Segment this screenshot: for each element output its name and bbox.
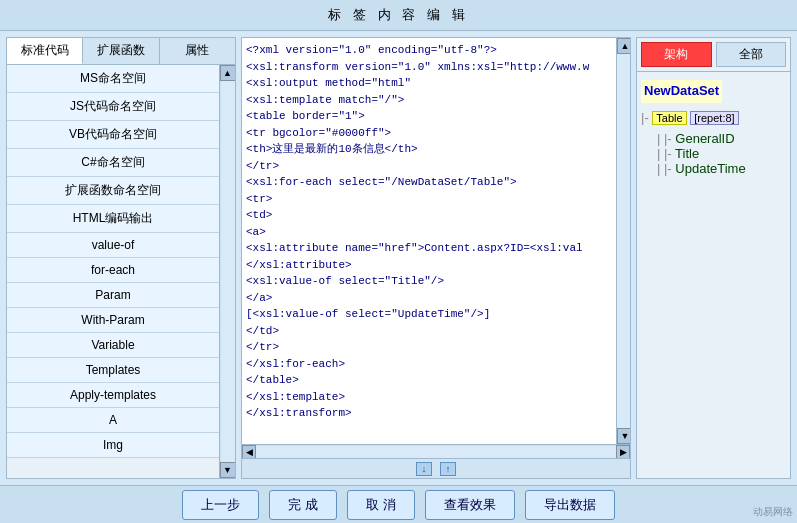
list-scrollbar[interactable]: ▲ ▼ bbox=[219, 65, 235, 478]
list-item[interactable]: HTML编码输出 bbox=[7, 205, 219, 233]
dataset-node: NewDataSet bbox=[641, 80, 786, 106]
code-scroll-right[interactable]: ▶ bbox=[616, 445, 630, 459]
code-hscroll[interactable]: ◀ ▶ bbox=[242, 444, 630, 458]
tree-field[interactable]: | |- Title bbox=[641, 146, 786, 161]
table-node: |- Table [repet:8] bbox=[641, 108, 786, 129]
all-btn[interactable]: 全部 bbox=[716, 42, 787, 67]
left-panel: 标准代码 扩展函数 属性 MS命名空间JS代码命名空间VB代码命名空间C#命名空… bbox=[6, 37, 236, 479]
list-item[interactable]: MS命名空间 bbox=[7, 65, 219, 93]
structure-btn[interactable]: 架构 bbox=[641, 42, 712, 67]
list-item[interactable]: 扩展函数命名空间 bbox=[7, 177, 219, 205]
list-items: MS命名空间JS代码命名空间VB代码命名空间C#命名空间扩展函数命名空间HTML… bbox=[7, 65, 219, 478]
list-item[interactable]: Variable bbox=[7, 333, 219, 358]
tab-attr[interactable]: 属性 bbox=[160, 38, 235, 64]
list-item[interactable]: VB代码命名空间 bbox=[7, 121, 219, 149]
code-scroll-left[interactable]: ◀ bbox=[242, 445, 256, 459]
title-bar: 标 签 内 容 编 辑 bbox=[0, 0, 797, 31]
code-htrack bbox=[256, 446, 616, 458]
code-toolbar: ↓ ↑ bbox=[242, 458, 630, 478]
watermark: 动易网络 bbox=[753, 505, 793, 519]
page-title: 标 签 内 容 编 辑 bbox=[328, 7, 468, 22]
list-item[interactable]: Templates bbox=[7, 358, 219, 383]
code-vscroll[interactable]: ▲ ▼ bbox=[616, 38, 630, 444]
bottom-btn[interactable]: 取 消 bbox=[347, 490, 415, 520]
list-item[interactable]: Apply-templates bbox=[7, 383, 219, 408]
right-toolbar: 架构 全部 bbox=[637, 38, 790, 72]
bottom-btn[interactable]: 导出数据 bbox=[525, 490, 615, 520]
append-btn[interactable]: ↑ bbox=[440, 462, 456, 476]
code-scroll-down[interactable]: ▼ bbox=[617, 428, 631, 444]
tab-standard[interactable]: 标准代码 bbox=[7, 38, 83, 64]
main-content: 标准代码 扩展函数 属性 MS命名空间JS代码命名空间VB代码命名空间C#命名空… bbox=[0, 31, 797, 485]
list-container: MS命名空间JS代码命名空间VB代码命名空间C#命名空间扩展函数命名空间HTML… bbox=[7, 65, 235, 478]
list-item[interactable]: A bbox=[7, 408, 219, 433]
list-item[interactable]: Img bbox=[7, 433, 219, 458]
right-panel: 架构 全部 NewDataSet |- Table [repet:8] | |-… bbox=[636, 37, 791, 479]
bottom-btn[interactable]: 上一步 bbox=[182, 490, 259, 520]
tree-field[interactable]: | |- GeneralID bbox=[641, 131, 786, 146]
scroll-down-btn[interactable]: ▼ bbox=[220, 462, 236, 478]
dataset-label[interactable]: NewDataSet bbox=[641, 80, 722, 103]
scroll-track bbox=[221, 81, 235, 462]
code-area[interactable]: <?xml version="1.0" encoding="utf-8"?> <… bbox=[242, 38, 630, 444]
tree-field[interactable]: | |- UpdateTime bbox=[641, 161, 786, 176]
tabs-row: 标准代码 扩展函数 属性 bbox=[7, 38, 235, 65]
bottom-bar: 上一步完 成取 消查看效果导出数据 bbox=[0, 485, 797, 523]
bottom-btn[interactable]: 完 成 bbox=[269, 490, 337, 520]
tab-extend[interactable]: 扩展函数 bbox=[83, 38, 159, 64]
table-repet: [repet:8] bbox=[690, 111, 738, 125]
list-item[interactable]: for-each bbox=[7, 258, 219, 283]
list-item[interactable]: C#命名空间 bbox=[7, 149, 219, 177]
list-item[interactable]: JS代码命名空间 bbox=[7, 93, 219, 121]
list-item[interactable]: Param bbox=[7, 283, 219, 308]
insert-btn[interactable]: ↓ bbox=[416, 462, 432, 476]
list-item[interactable]: With-Param bbox=[7, 308, 219, 333]
list-item[interactable]: value-of bbox=[7, 233, 219, 258]
tree-area: NewDataSet |- Table [repet:8] | |- Gener… bbox=[637, 72, 790, 478]
code-scroll-up[interactable]: ▲ bbox=[617, 38, 631, 54]
table-label[interactable]: Table bbox=[652, 111, 686, 125]
middle-panel: <?xml version="1.0" encoding="utf-8"?> <… bbox=[241, 37, 631, 479]
bottom-btn[interactable]: 查看效果 bbox=[425, 490, 515, 520]
scroll-up-btn[interactable]: ▲ bbox=[220, 65, 236, 81]
